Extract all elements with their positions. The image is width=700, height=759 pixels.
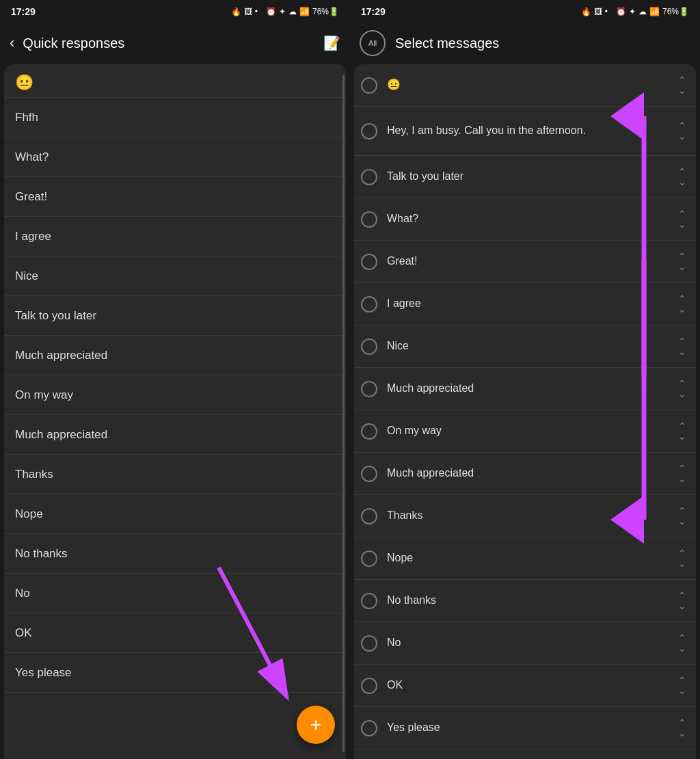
chevron-emoji[interactable]: ⌃⌄	[678, 75, 686, 95]
radio-emoji[interactable]	[361, 77, 377, 94]
photo-icon-r: 🖼	[594, 7, 602, 16]
list-item[interactable]: On my way	[4, 375, 346, 415]
radio-13[interactable]	[361, 678, 377, 694]
emoji-right: 😐	[387, 78, 669, 92]
list-item[interactable]: Nice	[4, 256, 346, 296]
radio-9[interactable]	[361, 508, 377, 524]
radio-1[interactable]	[361, 169, 377, 185]
select-list-item[interactable]: No ⌃⌄	[354, 622, 696, 665]
radio-11[interactable]	[361, 593, 377, 609]
fab-add-button[interactable]: +	[297, 706, 335, 744]
status-icons-left: 🔥 🖼 • ⏰ ✦ ☁ 📶 76%🔋	[231, 7, 339, 16]
radio-5[interactable]	[361, 338, 377, 355]
fire-icon-r: 🔥	[581, 7, 591, 16]
select-list-item[interactable]: What? ⌃⌄	[354, 198, 696, 241]
select-list-item[interactable]: I agree ⌃⌄	[354, 283, 696, 325]
list-item[interactable]: OK	[4, 613, 346, 653]
edit-icon-left[interactable]: 📝	[323, 35, 340, 51]
chevron-3[interactable]: ⌃⌄	[678, 252, 686, 271]
select-list-item[interactable]: Yes please ⌃⌄	[354, 707, 696, 749]
list-item[interactable]: Talk to you later	[4, 296, 346, 336]
alarm-icon-r: ⏰	[616, 7, 626, 16]
all-circle-button[interactable]: All	[360, 30, 386, 56]
select-messages-title: Select messages	[395, 36, 499, 51]
chevron-0[interactable]: ⌃⌄	[678, 121, 686, 141]
select-list-item[interactable]: Nope ⌃⌄	[354, 537, 696, 580]
list-area-left: 😐 Fhfh What? Great! I agree Nice Talk to…	[4, 64, 346, 759]
status-bar-right: 17:29 🔥 🖼 • ⏰ ✦ ☁ 📶 76%🔋	[350, 0, 700, 22]
select-list-item[interactable]: No thanks ⌃⌄	[354, 580, 696, 622]
list-item[interactable]: Yes please	[4, 653, 346, 693]
wifi-icon-r: ☁	[638, 7, 647, 16]
radio-2[interactable]	[361, 211, 377, 228]
list-item[interactable]: Great!	[4, 177, 346, 217]
select-list-item[interactable]: Hey, I am busy. Call you in the afternoo…	[354, 107, 696, 156]
back-button-left[interactable]: ‹	[10, 34, 14, 52]
list-item[interactable]: What?	[4, 137, 346, 177]
select-list-item[interactable]: OK ⌃⌄	[354, 665, 696, 707]
emoji-row-right: 😐 ⌃⌄	[354, 64, 696, 107]
all-label: All	[368, 39, 377, 47]
list-item[interactable]: Much appreciated	[4, 336, 346, 375]
list-item[interactable]: Nope	[4, 494, 346, 534]
status-icons-right: 🔥 🖼 • ⏰ ✦ ☁ 📶 76%🔋	[581, 7, 689, 16]
chevron-13[interactable]: ⌃⌄	[678, 676, 686, 695]
emoji-left: 😐	[15, 74, 33, 92]
scroll-indicator-left	[342, 75, 345, 752]
chevron-12[interactable]: ⌃⌄	[678, 633, 686, 653]
wifi-icon: ☁	[288, 7, 297, 16]
top-bar-left: ‹ Quick responses 📝	[0, 22, 350, 64]
select-list-item[interactable]: Nice ⌃⌄	[354, 325, 696, 368]
radio-7[interactable]	[361, 423, 377, 440]
list-item[interactable]: No	[4, 574, 346, 613]
radio-10[interactable]	[361, 550, 377, 567]
radio-8[interactable]	[361, 466, 377, 482]
select-list-item[interactable]: Much appreciated ⌃⌄	[354, 368, 696, 410]
radio-4[interactable]	[361, 296, 377, 312]
bluetooth-icon: ✦	[279, 7, 286, 16]
chevron-9[interactable]: ⌃⌄	[678, 506, 686, 526]
list-item[interactable]: Fhfh	[4, 98, 346, 137]
select-list-item[interactable]: Great! ⌃⌄	[354, 241, 696, 283]
chevron-8[interactable]: ⌃⌄	[678, 464, 686, 483]
list-item[interactable]: Thanks	[4, 455, 346, 494]
emoji-row-left: 😐	[4, 64, 346, 98]
select-list-item[interactable]: Much appreciated ⌃⌄	[354, 453, 696, 495]
status-bar-left: 17:29 🔥 🖼 • ⏰ ✦ ☁ 📶 76%🔋	[0, 0, 350, 22]
chevron-11[interactable]: ⌃⌄	[678, 591, 686, 611]
radio-14[interactable]	[361, 720, 377, 736]
fire-icon: 🔥	[231, 7, 241, 16]
time-left: 17:29	[11, 6, 36, 17]
select-header: All Select messages	[350, 22, 700, 64]
dot-icon: •	[255, 7, 258, 16]
chevron-4[interactable]: ⌃⌄	[678, 294, 686, 314]
battery-text: 76%🔋	[312, 7, 339, 16]
select-list-item[interactable]: Talk to you later ⌃⌄	[354, 156, 696, 198]
list-item[interactable]: I agree	[4, 217, 346, 256]
time-right: 17:29	[361, 6, 386, 17]
call-icon: 📶	[299, 7, 310, 16]
chevron-10[interactable]: ⌃⌄	[678, 548, 686, 568]
radio-6[interactable]	[361, 381, 377, 397]
radio-0[interactable]	[361, 123, 377, 139]
select-list-item[interactable]: Thanks ⌃⌄	[354, 495, 696, 537]
list-area-right: 😐 ⌃⌄ Hey, I am busy. Call you in the aft…	[354, 64, 696, 759]
radio-3[interactable]	[361, 254, 377, 270]
right-panel: 17:29 🔥 🖼 • ⏰ ✦ ☁ 📶 76%🔋 All Select mess…	[350, 0, 700, 759]
battery-text-r: 76%🔋	[662, 7, 689, 16]
dot-icon-r: •	[605, 7, 608, 16]
left-panel: 17:29 🔥 🖼 • ⏰ ✦ ☁ 📶 76%🔋 ‹ Quick respons…	[0, 0, 350, 759]
chevron-1[interactable]: ⌃⌄	[678, 167, 686, 187]
chevron-7[interactable]: ⌃⌄	[678, 421, 686, 441]
select-list-item[interactable]: On my way ⌃⌄	[354, 410, 696, 453]
photo-icon: 🖼	[244, 7, 252, 16]
chevron-5[interactable]: ⌃⌄	[678, 336, 686, 356]
chevron-14[interactable]: ⌃⌄	[678, 718, 686, 738]
alarm-icon: ⏰	[266, 7, 276, 16]
chevron-6[interactable]: ⌃⌄	[678, 379, 686, 399]
radio-12[interactable]	[361, 635, 377, 652]
page-title-left: Quick responses	[23, 36, 315, 51]
list-item[interactable]: No thanks	[4, 534, 346, 574]
list-item[interactable]: Much appreciated	[4, 415, 346, 455]
chevron-2[interactable]: ⌃⌄	[678, 209, 686, 229]
